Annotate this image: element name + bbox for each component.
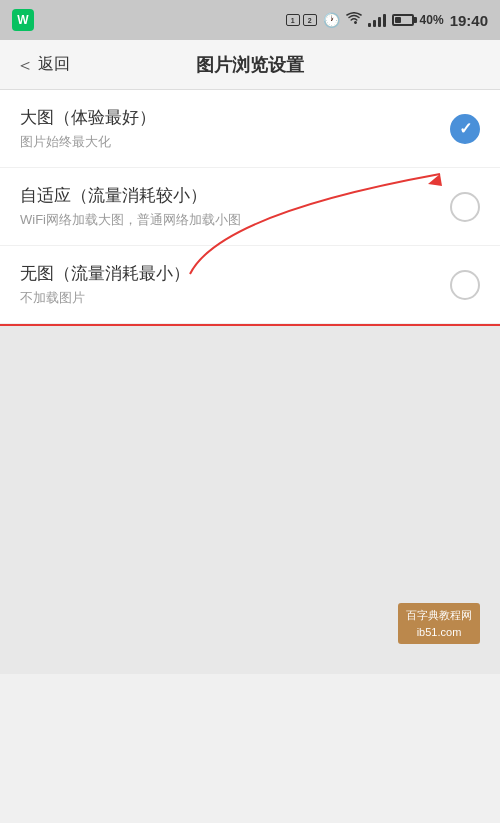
battery-percent: 40% bbox=[420, 13, 444, 27]
wifi-icon bbox=[346, 12, 362, 28]
option-none[interactable]: 无图（流量消耗最小） 不加载图片 bbox=[0, 246, 500, 324]
nav-bar: ＜ 返回 图片浏览设置 bbox=[0, 40, 500, 90]
wechat-icon: W bbox=[12, 9, 34, 31]
option-large-title: 大图（体验最好） bbox=[20, 106, 450, 129]
battery-icon bbox=[392, 14, 414, 26]
option-large-radio[interactable] bbox=[450, 114, 480, 144]
option-none-desc: 不加载图片 bbox=[20, 289, 450, 307]
option-none-title: 无图（流量消耗最小） bbox=[20, 262, 450, 285]
watermark-line1: 百字典教程网 bbox=[406, 607, 472, 624]
back-label: 返回 bbox=[38, 54, 70, 75]
option-large-desc: 图片始终最大化 bbox=[20, 133, 450, 151]
sim2-icon: 2 bbox=[303, 14, 317, 26]
red-line bbox=[0, 324, 500, 326]
option-none-text: 无图（流量消耗最小） 不加载图片 bbox=[20, 262, 450, 307]
option-adaptive[interactable]: 自适应（流量消耗较小） WiFi网络加载大图，普通网络加载小图 bbox=[0, 168, 500, 246]
status-left: W bbox=[12, 9, 34, 31]
options-list: 大图（体验最好） 图片始终最大化 自适应（流量消耗较小） WiFi网络加载大图，… bbox=[0, 90, 500, 324]
watermark-line2: ib51.com bbox=[406, 624, 472, 641]
option-large[interactable]: 大图（体验最好） 图片始终最大化 bbox=[0, 90, 500, 168]
watermark: 百字典教程网 ib51.com bbox=[398, 603, 480, 644]
option-large-text: 大图（体验最好） 图片始终最大化 bbox=[20, 106, 450, 151]
sim-icons: 1 2 bbox=[286, 14, 317, 26]
back-button[interactable]: ＜ 返回 bbox=[0, 53, 86, 77]
status-time: 19:40 bbox=[450, 12, 488, 29]
gray-section: 百字典教程网 ib51.com bbox=[0, 324, 500, 674]
signal-icon bbox=[368, 13, 386, 27]
option-none-radio[interactable] bbox=[450, 270, 480, 300]
page-title: 图片浏览设置 bbox=[196, 53, 304, 77]
clock-icon: 🕐 bbox=[323, 12, 340, 28]
option-adaptive-text: 自适应（流量消耗较小） WiFi网络加载大图，普通网络加载小图 bbox=[20, 184, 450, 229]
back-arrow-icon: ＜ bbox=[16, 53, 34, 77]
sim1-icon: 1 bbox=[286, 14, 300, 26]
status-right: 1 2 🕐 40% 19:40 bbox=[286, 12, 488, 29]
option-adaptive-title: 自适应（流量消耗较小） bbox=[20, 184, 450, 207]
option-adaptive-radio[interactable] bbox=[450, 192, 480, 222]
status-bar: W 1 2 🕐 40% 19:40 bbox=[0, 0, 500, 40]
option-adaptive-desc: WiFi网络加载大图，普通网络加载小图 bbox=[20, 211, 450, 229]
